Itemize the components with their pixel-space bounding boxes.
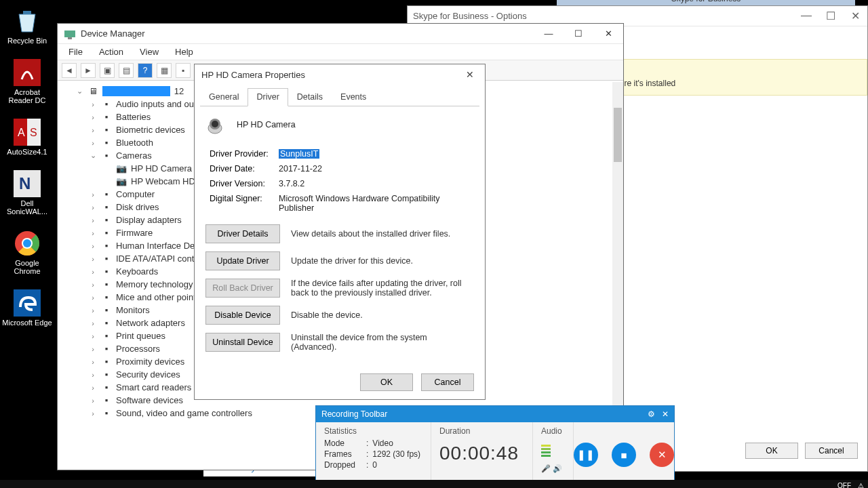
device-name: HP HD Camera — [237, 120, 296, 129]
date-label: Driver Date: — [207, 162, 275, 176]
update-driver-button[interactable]: Update Driver — [205, 251, 280, 270]
driver-details-desc: View details about the installed driver … — [291, 229, 474, 239]
driver-info-table: Driver Provider: SunplusIT Driver Date: … — [205, 146, 474, 216]
dropped-label: Dropped — [324, 460, 362, 470]
forward-button[interactable]: ► — [81, 63, 96, 78]
taskbar[interactable]: OFF ⚠ — [0, 480, 868, 488]
rollback-driver-button: Roll Back Driver — [205, 279, 280, 298]
close-icon[interactable]: ✕ — [662, 409, 669, 419]
disable-device-button[interactable]: Disable Device — [205, 306, 280, 325]
system-tray[interactable]: OFF ⚠ — [837, 482, 864, 488]
back-button[interactable]: ◄ — [62, 63, 77, 78]
tray-off: OFF — [837, 482, 851, 488]
ok-button[interactable]: OK — [745, 443, 798, 459]
svg-text:S: S — [30, 127, 37, 138]
mic-icon[interactable]: 🎤 🔊 — [541, 464, 565, 473]
desktop-icon-edge[interactable]: Microsoft Edge — [0, 286, 54, 329]
svg-point-18 — [212, 121, 218, 127]
svg-rect-22 — [541, 445, 551, 447]
desktop-icon-label: Acrobat Reader DC — [1, 88, 53, 104]
tab-events[interactable]: Events — [332, 88, 375, 106]
minimize-button[interactable]: — — [794, 6, 818, 25]
tab-details[interactable]: Details — [288, 88, 332, 106]
frames-value: 1292 (30 fps) — [372, 449, 420, 459]
svg-rect-19 — [541, 455, 551, 457]
toolbar-button[interactable]: ▣ — [100, 63, 115, 78]
acrobat-icon — [13, 58, 41, 87]
toolbar-button[interactable]: ▤ — [119, 63, 134, 78]
svg-rect-0 — [23, 11, 31, 14]
desktop-icon-chrome[interactable]: Google Chrome — [0, 226, 54, 278]
cancel-button[interactable]: Cancel — [421, 373, 474, 391]
properties-tabs: General Driver Details Events — [200, 87, 479, 106]
gear-icon[interactable]: ⚙ — [648, 409, 655, 419]
device-manager-icon — [64, 28, 75, 39]
desktop-icons: Recycle Bin Acrobat Reader DC AS AutoSiz… — [0, 0, 54, 338]
maximize-icon[interactable]: ☐ — [823, 0, 836, 1]
recording-title: Recording Toolbar — [321, 409, 387, 419]
dropped-value: 0 — [372, 460, 377, 470]
tab-general[interactable]: General — [200, 88, 248, 106]
rollback-driver-desc: If the device fails after updating the d… — [291, 279, 474, 298]
svg-text:N: N — [19, 174, 31, 192]
menu-file[interactable]: File — [66, 45, 85, 58]
warning-icon[interactable]: ⚠ — [858, 482, 864, 488]
desktop-icon-acrobat[interactable]: Acrobat Reader DC — [0, 56, 54, 107]
desktop-icon-label: Dell SonicWAL... — [1, 199, 53, 216]
uninstall-device-button[interactable]: Uninstall Device — [205, 333, 280, 352]
driver-properties-dialog: HP HD Camera Properties ✕ General Driver… — [194, 64, 486, 400]
cancel-button[interactable]: Cancel — [805, 443, 858, 459]
provider-label: Driver Provider: — [207, 147, 275, 161]
scrollbar-thumb[interactable] — [614, 108, 622, 162]
svg-rect-21 — [541, 448, 551, 450]
menu-action[interactable]: Action — [96, 45, 126, 58]
desktop-icon-label: Recycle Bin — [7, 37, 47, 45]
provider-value[interactable]: SunplusIT — [279, 149, 319, 159]
mode-value: Video — [372, 439, 393, 448]
ok-button[interactable]: OK — [360, 373, 413, 391]
desktop-icon-autosize[interactable]: AS AutoSize4.1 — [0, 115, 54, 159]
disable-device-desc: Disable the device. — [291, 310, 474, 320]
uninstall-device-desc: Uninstall the device from the system (Ad… — [291, 333, 474, 352]
skype-options-title: Skype for Business - Options — [413, 11, 527, 21]
skype-title: Skype for Business — [671, 0, 741, 3]
menu-view[interactable]: View — [137, 45, 161, 58]
signer-label: Digital Signer: — [207, 192, 275, 215]
maximize-button[interactable]: ☐ — [564, 24, 593, 43]
desktop-icon-sonicwall[interactable]: N Dell SonicWAL... — [0, 167, 54, 218]
close-button[interactable]: ✕ — [843, 6, 867, 25]
close-button[interactable]: ✕ — [593, 24, 623, 43]
pause-button[interactable]: ❚❚ — [574, 443, 598, 467]
close-icon[interactable]: ✕ — [840, 0, 854, 1]
device-manager-title: Device Manager — [81, 28, 145, 39]
svg-rect-15 — [68, 37, 72, 39]
stop-button[interactable]: ■ — [612, 443, 636, 467]
svg-text:A: A — [18, 127, 25, 138]
close-button[interactable]: ✕ — [459, 67, 481, 82]
edge-icon — [13, 289, 41, 317]
cancel-recording-button[interactable]: ✕ — [650, 443, 674, 467]
menu-help[interactable]: Help — [172, 45, 196, 58]
signer-value: Microsoft Windows Hardware Compatibility… — [276, 192, 473, 215]
duration-header: Duration — [439, 426, 524, 436]
minimize-button[interactable]: — — [534, 24, 564, 43]
driver-details-button[interactable]: Driver Details — [205, 224, 280, 243]
recording-controls: ❚❚ ■ ✕ — [574, 422, 674, 487]
minimize-icon[interactable]: — — [805, 0, 818, 1]
toolbar-button[interactable]: ▦ — [157, 63, 172, 78]
svg-point-12 — [23, 239, 31, 247]
recycle-bin-icon — [13, 7, 41, 35]
help-button[interactable]: ? — [138, 63, 153, 78]
skype-header-strip: Skype for Business — ☐ ✕ — [557, 0, 855, 5]
recording-titlebar[interactable]: Recording Toolbar ⚙ ✕ — [316, 406, 674, 422]
version-value: 3.7.8.2 — [276, 177, 473, 190]
maximize-button[interactable]: ☐ — [818, 6, 843, 25]
desktop-icon-recycle-bin[interactable]: Recycle Bin — [0, 4, 54, 47]
toolbar-button[interactable]: ▪ — [176, 63, 191, 78]
desktop-icon-label: Google Chrome — [1, 259, 53, 275]
recording-stats: Statistics Mode:Video Frames:1292 (30 fp… — [316, 422, 431, 487]
sonicwall-icon: N — [13, 169, 41, 198]
tab-driver[interactable]: Driver — [248, 88, 288, 106]
properties-titlebar[interactable]: HP HD Camera Properties — [195, 64, 485, 85]
svg-rect-20 — [541, 451, 551, 453]
